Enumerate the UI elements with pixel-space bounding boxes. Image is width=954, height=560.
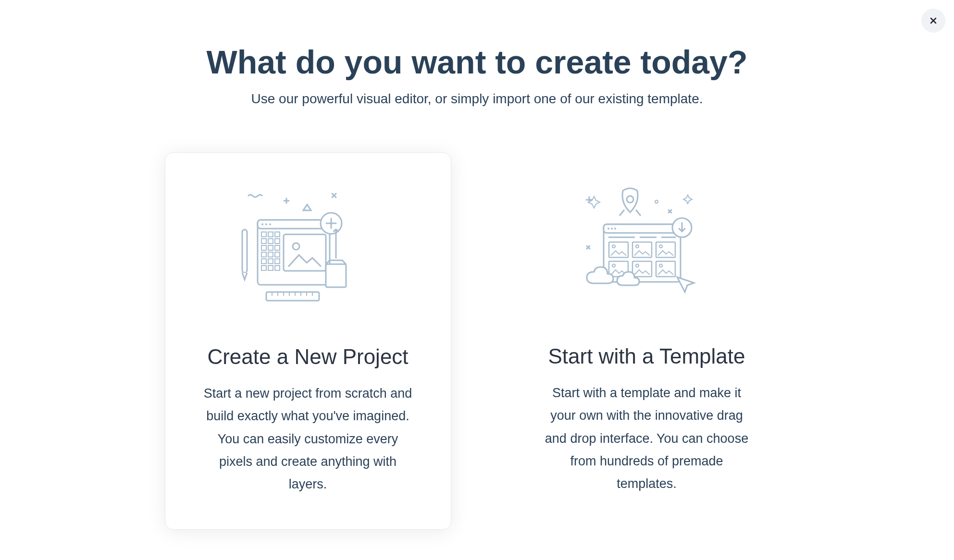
svg-rect-9 (261, 239, 266, 243)
close-icon (929, 16, 938, 25)
option-title: Start with a Template (543, 344, 751, 368)
svg-rect-21 (261, 266, 266, 270)
svg-point-4 (265, 223, 267, 225)
svg-rect-10 (268, 239, 273, 243)
svg-rect-2 (258, 220, 330, 229)
options-row: Create a New Project Start a new project… (131, 152, 823, 530)
svg-point-44 (614, 228, 616, 230)
svg-rect-11 (275, 239, 280, 243)
new-project-illustration-icon (234, 184, 383, 323)
svg-rect-0 (242, 230, 247, 273)
svg-rect-18 (261, 259, 266, 264)
option-description: Start a new project from scratch and bui… (204, 382, 412, 496)
close-button[interactable] (921, 9, 945, 33)
svg-point-5 (269, 223, 271, 225)
svg-point-38 (655, 200, 658, 203)
illustration-wrap (204, 182, 412, 326)
svg-rect-22 (268, 266, 273, 270)
svg-point-43 (611, 228, 613, 230)
option-new-project[interactable]: Create a New Project Start a new project… (165, 152, 451, 530)
svg-rect-23 (275, 266, 280, 270)
template-illustration-icon (572, 183, 721, 323)
svg-rect-6 (261, 232, 266, 237)
svg-rect-20 (275, 259, 280, 264)
svg-rect-7 (268, 232, 273, 237)
modal-container: What do you want to create today? Use ou… (131, 0, 823, 560)
svg-rect-12 (261, 245, 266, 250)
svg-rect-14 (275, 245, 280, 250)
page-subtitle: Use our powerful visual editor, or simpl… (131, 91, 823, 107)
svg-rect-19 (268, 259, 273, 264)
svg-point-3 (261, 223, 263, 225)
svg-rect-13 (268, 245, 273, 250)
svg-rect-8 (275, 232, 280, 237)
option-template[interactable]: Start with a Template Start with a templ… (504, 152, 790, 530)
illustration-wrap (543, 181, 751, 325)
option-title: Create a New Project (204, 345, 412, 369)
option-description: Start with a template and make it your o… (543, 382, 751, 495)
svg-rect-17 (275, 252, 280, 257)
svg-rect-16 (268, 252, 273, 257)
svg-point-42 (607, 228, 609, 230)
svg-rect-29 (266, 292, 319, 301)
page-title: What do you want to create today? (131, 43, 823, 81)
svg-rect-15 (261, 252, 266, 257)
svg-rect-27 (326, 264, 346, 287)
